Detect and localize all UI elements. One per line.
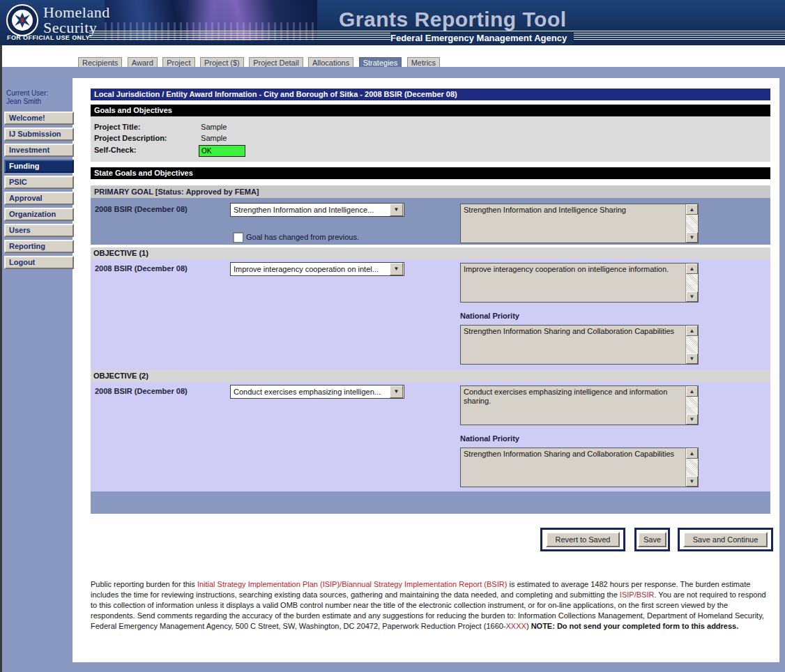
- scroll-down-icon[interactable]: ▼: [686, 232, 698, 243]
- official-use-label: FOR OFFICIAL USE ONLY: [7, 34, 90, 41]
- objective-2-national-priority-text: Strengthen Information Sharing and Colla…: [461, 448, 685, 487]
- scroll-down-icon[interactable]: ▼: [686, 476, 698, 487]
- dhs-wordmark: Homeland Security: [43, 5, 110, 36]
- scrollbar-track[interactable]: [686, 336, 698, 353]
- burden-text: ): [526, 622, 531, 630]
- primary-goal-text-display[interactable]: Strengthen Information and Intelligence …: [460, 204, 699, 243]
- project-title-value: Sample: [201, 123, 227, 131]
- sidebar-item-ij-submission[interactable]: IJ Submission: [4, 128, 74, 141]
- save-button-frame: Save: [634, 528, 670, 551]
- scrollbar[interactable]: ▲ ▼: [685, 326, 698, 364]
- goal-changed-checkbox[interactable]: [233, 232, 243, 243]
- left-edge-border: [0, 45, 2, 672]
- sidebar-item-funding[interactable]: Funding: [4, 160, 74, 173]
- objective-1-dropdown[interactable]: Improve interagency cooperation on intel…: [230, 262, 404, 276]
- scroll-up-icon[interactable]: ▲: [686, 386, 698, 397]
- objective-2-dropdown-value: Conduct exercises emphasizing intelligen…: [231, 388, 390, 396]
- scroll-up-icon[interactable]: ▲: [686, 264, 698, 274]
- objective-2-header: OBJECTIVE (2): [91, 370, 770, 382]
- project-summary-panel: Project Title: Sample Project Descriptio…: [91, 116, 770, 162]
- sidebar-item-investment[interactable]: Investment: [4, 144, 74, 157]
- objective-2-national-priority-display[interactable]: Strengthen Information Sharing and Colla…: [460, 448, 699, 487]
- paperwork-burden-statement: Public reporting burden for this Initial…: [91, 579, 772, 632]
- omb-number-placeholder: XXXX: [506, 622, 526, 630]
- goals-objectives-header: Goals and Objectives: [91, 105, 770, 116]
- current-user-label: Current User:: [6, 89, 48, 98]
- objective-2-dropdown[interactable]: Conduct exercises emphasizing intelligen…: [230, 385, 404, 399]
- current-user-name: Jean Smith: [6, 98, 48, 106]
- page-title-bar: Local Jurisdiction / Entity Award Inform…: [91, 89, 770, 100]
- dhs-seal-icon: [6, 4, 38, 36]
- chevron-down-icon[interactable]: ▼: [390, 204, 403, 216]
- self-check-row: Self-Check:: [94, 146, 199, 154]
- scrollbar[interactable]: ▲ ▼: [685, 264, 698, 302]
- bottom-slate-band: [0, 662, 785, 672]
- scrollbar[interactable]: ▲ ▼: [685, 386, 698, 425]
- sidebar-item-psic[interactable]: PSIC: [4, 176, 74, 189]
- scrollbar-track[interactable]: [686, 274, 698, 291]
- scrollbar-track[interactable]: [686, 397, 698, 414]
- save-button[interactable]: Save: [638, 532, 666, 547]
- page-header: Homeland Security FOR OFFICIAL USE ONLY …: [0, 0, 785, 45]
- objective-2-row: 2008 BSIR (December 08) Conduct exercise…: [91, 382, 770, 491]
- objective-2-text-display[interactable]: Conduct exercises emphasizing intelligen…: [460, 385, 699, 425]
- objective-1-national-priority-text: Strengthen Information Sharing and Colla…: [461, 326, 685, 364]
- app-subtitle: Federal Emergency Management Agency: [390, 32, 574, 45]
- scrollbar[interactable]: ▲ ▼: [685, 448, 698, 487]
- primary-goal-dropdown[interactable]: Strengthen Information and Intelligence.…: [230, 203, 404, 217]
- primary-goal-period-label: 2008 BSIR (December 08): [95, 205, 188, 213]
- objective-1-header: OBJECTIVE (1): [91, 247, 770, 259]
- scroll-up-icon[interactable]: ▲: [686, 448, 698, 459]
- objective-1-dropdown-value: Improve interagency cooperation on intel…: [231, 265, 390, 273]
- dhs-wordmark-line1: Homeland: [43, 5, 110, 20]
- primary-goal-text: Strengthen Information and Intelligence …: [461, 204, 685, 243]
- current-user: Current User: Jean Smith: [6, 89, 48, 106]
- scroll-down-icon[interactable]: ▼: [686, 353, 698, 364]
- objective-1-national-priority-display[interactable]: Strengthen Information Sharing and Colla…: [460, 325, 699, 365]
- sidebar-item-welcome[interactable]: Welcome!: [4, 112, 74, 125]
- table-footer-band: [91, 491, 770, 514]
- isip-bsir-full-link[interactable]: Initial Strategy Implementation Plan (IS…: [197, 580, 508, 588]
- save-and-continue-button[interactable]: Save and Continue: [683, 532, 768, 547]
- goal-changed-checkbox-label: Goal has changed from previous.: [246, 233, 359, 241]
- burden-text: Public reporting burden for this: [91, 580, 197, 588]
- scroll-up-icon[interactable]: ▲: [686, 326, 698, 336]
- scrollbar-track[interactable]: [686, 459, 698, 476]
- state-goals-objectives-header: State Goals and Objectives: [91, 167, 770, 179]
- app-title: Grants Reporting Tool: [339, 8, 567, 31]
- isip-bsir-link[interactable]: ISIP/BSIR: [620, 590, 655, 599]
- sidebar-item-logout[interactable]: Logout: [4, 256, 74, 269]
- project-description-value: Sample: [201, 134, 227, 142]
- dhs-wordmark-line2: Security: [43, 20, 110, 36]
- objective-1-row: 2008 BSIR (December 08) Improve interage…: [91, 259, 770, 370]
- project-description-row: Project Description: Sample: [94, 134, 227, 142]
- self-check-label: Self-Check:: [94, 146, 199, 154]
- objective-2-national-priority-label: National Priority: [460, 434, 519, 443]
- save-continue-button-frame: Save and Continue: [678, 528, 773, 551]
- revert-button-frame: Revert to Saved: [540, 528, 625, 551]
- primary-goal-dropdown-value: Strengthen Information and Intelligence.…: [231, 206, 390, 214]
- chevron-down-icon[interactable]: ▼: [390, 385, 403, 398]
- objective-2-text: Conduct exercises emphasizing intelligen…: [461, 386, 685, 425]
- chevron-down-icon[interactable]: ▼: [390, 263, 403, 275]
- grants-reporting-tool-page: Homeland Security FOR OFFICIAL USE ONLY …: [0, 0, 785, 672]
- project-description-label: Project Description:: [94, 134, 199, 142]
- sidebar-item-reporting[interactable]: Reporting: [4, 240, 74, 253]
- scroll-down-icon[interactable]: ▼: [686, 414, 698, 425]
- sidebar-item-organization[interactable]: Organization: [4, 208, 74, 221]
- sidebar-menu: Welcome! IJ Submission Investment Fundin…: [4, 112, 74, 272]
- sidebar-item-users[interactable]: Users: [4, 224, 74, 237]
- burden-note: NOTE: Do not send your completed form to…: [531, 622, 739, 630]
- scrollbar[interactable]: ▲ ▼: [685, 204, 698, 243]
- sidebar-item-approval[interactable]: Approval: [4, 192, 74, 205]
- primary-goal-header: PRIMARY GOAL [Status: Approved by FEMA]: [91, 185, 770, 198]
- revert-to-saved-button[interactable]: Revert to Saved: [546, 532, 620, 547]
- self-check-status-badge: OK: [199, 145, 245, 157]
- scrollbar-track[interactable]: [686, 215, 698, 232]
- project-title-row: Project Title: Sample: [94, 123, 227, 131]
- scroll-up-icon[interactable]: ▲: [686, 204, 698, 215]
- objective-1-text: Improve interagency cooperation on intel…: [461, 264, 685, 302]
- primary-goal-row: 2008 BSIR (December 08) Strengthen Infor…: [91, 198, 770, 245]
- scroll-down-icon[interactable]: ▼: [686, 291, 698, 302]
- objective-1-text-display[interactable]: Improve interagency cooperation on intel…: [460, 263, 699, 303]
